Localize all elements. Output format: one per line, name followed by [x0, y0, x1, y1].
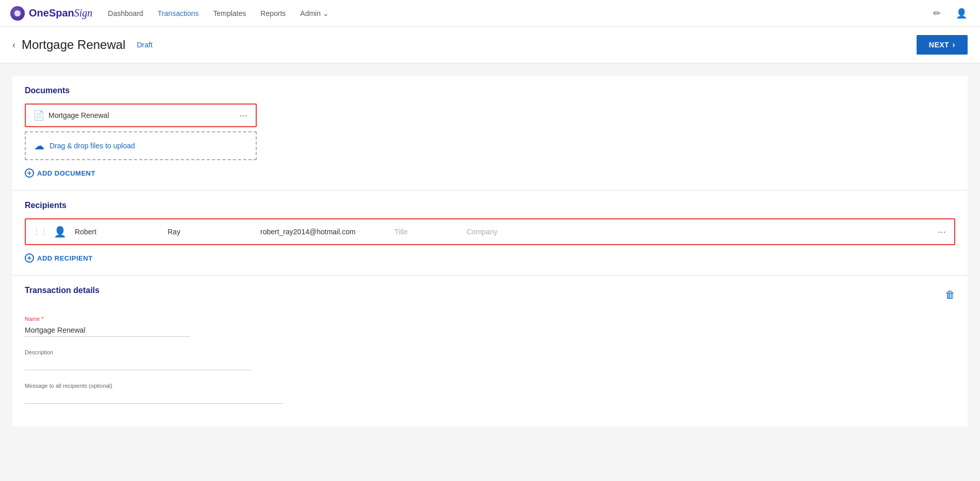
description-field: Description — [25, 349, 190, 370]
transaction-details-title: Transaction details — [25, 286, 99, 295]
logo-text: OneSpan — [29, 7, 74, 19]
recipient-options-button[interactable]: ⋯ — [938, 227, 947, 237]
back-button[interactable]: ‹ — [12, 40, 15, 50]
description-input[interactable] — [25, 357, 252, 370]
nav-templates[interactable]: Templates — [213, 7, 246, 20]
description-label: Description — [25, 349, 190, 355]
transaction-header: Transaction details 🗑 — [25, 286, 955, 303]
message-input[interactable] — [25, 391, 283, 404]
top-nav: OneSpanSign Dashboard Transactions Templ… — [0, 0, 980, 27]
message-label: Message to all recipients (optional) — [25, 383, 283, 389]
logo-icon — [10, 6, 25, 21]
recipient-last-name: Ray — [168, 228, 250, 236]
name-input[interactable] — [25, 324, 190, 337]
documents-panel: Documents 📄 Mortgage Renewal ⋯ ☁ Drag & … — [12, 76, 968, 190]
name-field: Name * — [25, 316, 190, 337]
page-header-left: ‹ Mortgage Renewal Draft — [12, 38, 153, 52]
logo-area: OneSpanSign — [10, 6, 92, 21]
nav-transactions[interactable]: Transactions — [158, 7, 199, 20]
status-badge: Draft — [137, 41, 152, 49]
person-icon: 👤 — [54, 226, 67, 238]
nav-links: Dashboard Transactions Templates Reports… — [108, 7, 928, 20]
document-item: 📄 Mortgage Renewal ⋯ — [25, 104, 257, 127]
nav-dashboard[interactable]: Dashboard — [108, 7, 143, 20]
add-recipient-icon: + — [25, 253, 34, 263]
accessibility-icon[interactable]: ✏ — [928, 5, 945, 22]
recipient-company: Company — [467, 228, 528, 236]
message-field: Message to all recipients (optional) — [25, 383, 283, 404]
logo-sign: Sign — [74, 7, 93, 19]
recipient-first-name: Robert — [75, 228, 157, 236]
chevron-right-icon: › — [952, 40, 955, 49]
delete-transaction-icon[interactable]: 🗑 — [945, 289, 955, 301]
page-header: ‹ Mortgage Renewal Draft NEXT › — [0, 27, 980, 63]
cloud-upload-icon: ☁ — [34, 140, 44, 152]
add-document-icon: + — [25, 168, 34, 178]
nav-right: ✏ 👤 — [928, 5, 970, 22]
drag-handle-icon[interactable]: ⋮⋮ — [33, 228, 47, 236]
drop-zone-text: Drag & drop files to upload — [49, 142, 135, 150]
name-label: Name * — [25, 316, 190, 322]
nav-admin[interactable]: Admin ⌄ — [300, 7, 329, 20]
transaction-details-panel: Transaction details 🗑 Name * Description… — [12, 276, 968, 426]
user-avatar-icon[interactable]: 👤 — [953, 5, 970, 22]
nav-reports[interactable]: Reports — [260, 7, 286, 20]
chevron-down-icon: ⌄ — [323, 9, 329, 18]
main-content: Documents 📄 Mortgage Renewal ⋯ ☁ Drag & … — [0, 63, 980, 481]
drop-zone[interactable]: ☁ Drag & drop files to upload — [25, 131, 257, 160]
recipient-title: Title — [394, 228, 456, 236]
recipients-panel: Recipients ⋮⋮ 👤 Robert Ray robert_ray201… — [12, 191, 968, 275]
document-file-icon: 📄 — [33, 110, 44, 121]
document-options-button[interactable]: ⋯ — [239, 111, 248, 121]
recipient-email: robert_ray2014@hotmail.com — [260, 228, 384, 236]
documents-section: Documents 📄 Mortgage Renewal ⋯ ☁ Drag & … — [12, 76, 968, 426]
document-name: Mortgage Renewal — [48, 111, 109, 119]
next-button[interactable]: NEXT › — [917, 35, 968, 55]
add-document-button[interactable]: + ADD DOCUMENT — [25, 166, 95, 180]
documents-title: Documents — [25, 86, 955, 95]
recipients-title: Recipients — [25, 201, 955, 210]
page-title: Mortgage Renewal — [22, 38, 125, 52]
add-recipient-button[interactable]: + ADD RECIPIENT — [25, 251, 93, 265]
recipient-row: ⋮⋮ 👤 Robert Ray robert_ray2014@hotmail.c… — [25, 218, 955, 245]
